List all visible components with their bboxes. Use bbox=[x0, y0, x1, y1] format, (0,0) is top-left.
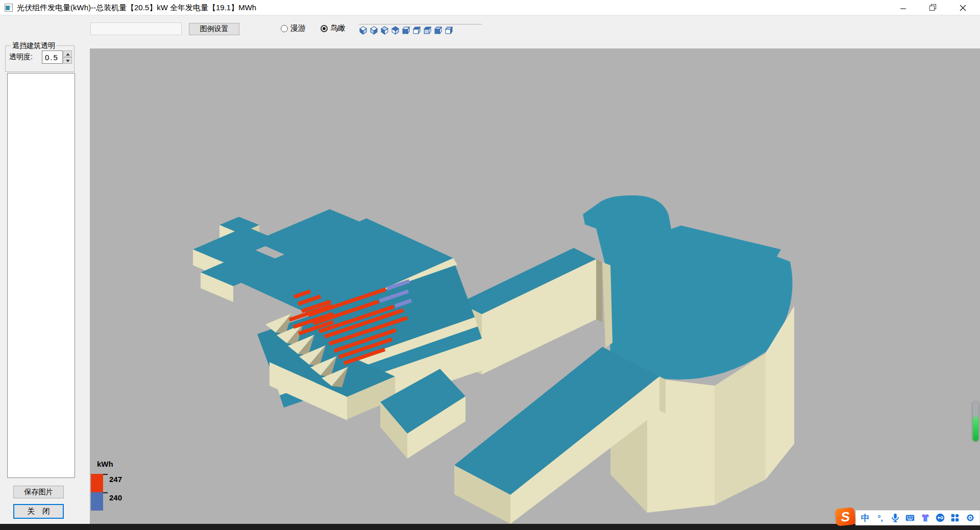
save-image-button[interactable]: 保存图片 bbox=[13, 486, 64, 498]
skin-icon[interactable] bbox=[920, 512, 931, 523]
restore-icon bbox=[929, 4, 937, 11]
mode-roam-option[interactable]: 漫游 bbox=[281, 23, 306, 33]
occlusion-transparency-group: 遮挡建筑透明 透明度: bbox=[5, 45, 75, 72]
close-dialog-button[interactable]: 关 闭 bbox=[13, 504, 64, 519]
spin-up-icon[interactable] bbox=[63, 51, 72, 57]
view-back-cube-icon[interactable] bbox=[423, 26, 432, 35]
legend-settings-button[interactable]: 图例设置 bbox=[189, 23, 239, 35]
opacity-input[interactable] bbox=[42, 51, 63, 64]
3d-viewport[interactable]: kWh 247 240 bbox=[90, 48, 980, 524]
minimize-icon bbox=[900, 5, 906, 11]
voice-input-icon[interactable] bbox=[890, 512, 901, 523]
legend-tick bbox=[103, 492, 108, 493]
title-bar: 光伏组件发电量(kWh)--总装机量【20.5】kW 全年发电量【19.1】MW… bbox=[0, 0, 980, 15]
taskbar-edge[interactable] bbox=[0, 524, 980, 530]
legend-filter-input[interactable] bbox=[90, 22, 182, 35]
mode-roam-label: 漫游 bbox=[290, 23, 306, 33]
sogou-logo-icon[interactable]: S bbox=[835, 507, 856, 526]
apps-grid-icon[interactable] bbox=[949, 512, 961, 523]
spin-down-icon[interactable] bbox=[63, 57, 72, 64]
legend-swatch-high bbox=[91, 474, 103, 492]
group-title: 遮挡建筑透明 bbox=[11, 41, 57, 51]
legend-tick bbox=[103, 474, 108, 475]
view-iso-ne-cube-icon[interactable] bbox=[380, 26, 389, 35]
close-button[interactable] bbox=[951, 0, 974, 15]
view-cube-toolbar bbox=[359, 24, 482, 35]
minimize-button[interactable] bbox=[892, 0, 915, 15]
mode-birdview-label: 鸟瞰 bbox=[330, 23, 346, 33]
toolbar: 图例设置 漫游 鸟瞰 bbox=[0, 15, 980, 48]
ime-toolbar: 中 °, bbox=[855, 510, 980, 525]
radio-checked-icon[interactable] bbox=[321, 25, 328, 32]
opacity-stepper bbox=[63, 51, 72, 64]
color-scale-legend: kWh 247 240 bbox=[91, 460, 137, 468]
soft-keyboard-icon[interactable] bbox=[904, 512, 916, 523]
app-window-icon bbox=[5, 4, 13, 12]
view-iso-sw-cube-icon[interactable] bbox=[359, 26, 368, 35]
legend-value-low: 240 bbox=[109, 493, 122, 502]
building-list[interactable] bbox=[7, 73, 75, 478]
legend-value-high: 247 bbox=[109, 475, 122, 484]
view-iso-se-cube-icon[interactable] bbox=[370, 26, 378, 35]
close-icon bbox=[960, 5, 966, 11]
mode-birdview-option[interactable]: 鸟瞰 bbox=[321, 23, 346, 33]
screen-edge-slider[interactable] bbox=[973, 402, 978, 441]
legend-swatch-low bbox=[91, 492, 103, 511]
chinese-english-toggle-icon[interactable]: 中 bbox=[860, 512, 871, 523]
left-panel: 遮挡建筑透明 透明度: 保存图片 关 闭 bbox=[0, 48, 90, 524]
view-left-cube-icon[interactable] bbox=[434, 26, 443, 35]
toolbox-icon[interactable] bbox=[935, 512, 946, 523]
view-iso-nw-cube-icon[interactable] bbox=[391, 26, 400, 35]
view-front-cube-icon[interactable] bbox=[412, 26, 421, 35]
legend-unit-label: kWh bbox=[97, 460, 137, 468]
restore-button[interactable] bbox=[921, 0, 945, 15]
punctuation-icon[interactable]: °, bbox=[875, 512, 886, 523]
view-right-cube-icon[interactable] bbox=[445, 26, 453, 35]
opacity-label: 透明度: bbox=[9, 53, 33, 62]
window-title: 光伏组件发电量(kWh)--总装机量【20.5】kW 全年发电量【19.1】MW… bbox=[17, 0, 256, 15]
settings-gear-icon[interactable] bbox=[965, 512, 976, 523]
3d-scene bbox=[90, 48, 980, 524]
radio-unchecked-icon[interactable] bbox=[281, 25, 288, 32]
view-top-cube-icon[interactable] bbox=[402, 26, 410, 35]
